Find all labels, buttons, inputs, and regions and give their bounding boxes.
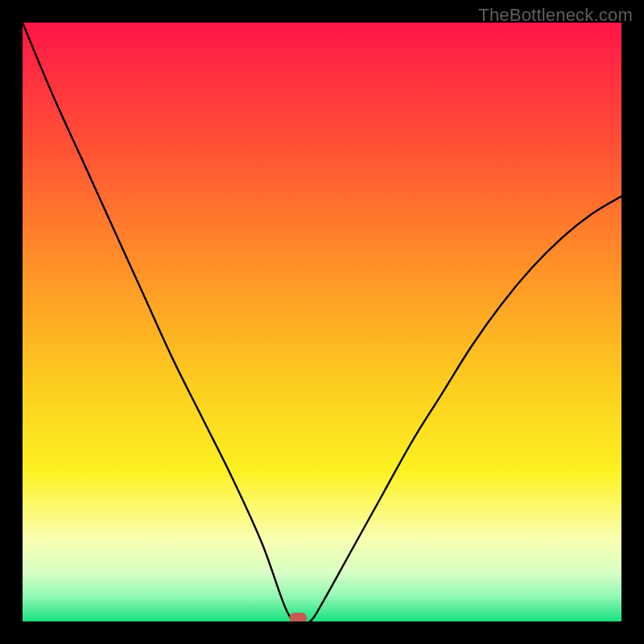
watermark-text: TheBottleneck.com: [478, 5, 633, 26]
chart-svg: [23, 23, 621, 621]
minimum-marker: [289, 613, 307, 621]
plot-area: [23, 23, 621, 621]
gradient-background: [23, 23, 621, 621]
chart-frame: TheBottleneck.com: [0, 0, 644, 644]
